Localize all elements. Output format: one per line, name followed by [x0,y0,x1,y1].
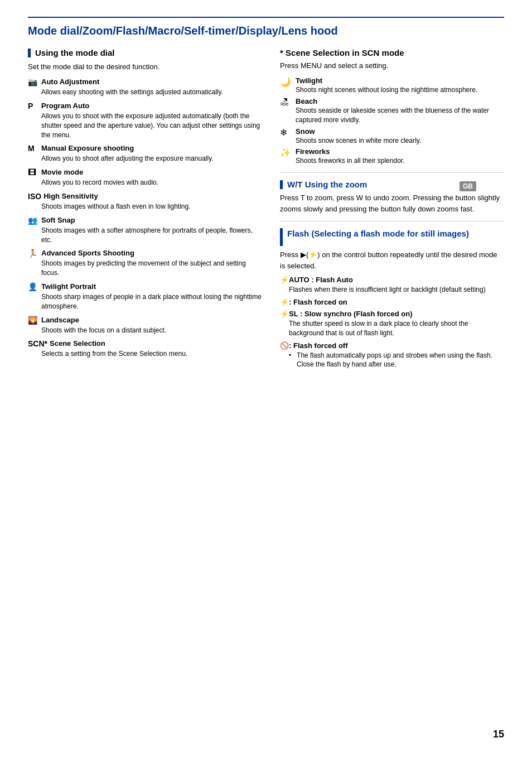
mode-item: 👤 Twilight Portrait Shoots sharp images … [28,282,263,311]
flash-item: ⚡SL : Slow synchro (Flash forced on)The … [280,310,504,338]
scn-content: Snow Shoots snow scenes in white more cl… [296,127,421,146]
mode-label: M Manual Exposure shooting [28,144,263,153]
scn-icon: ❄ [280,127,292,138]
scn-name: Beach [296,97,504,105]
flash-bullet: The flash automatically pops up and stro… [297,351,504,370]
zoom-section: W/T Using the zoom GB Press T to zoom, p… [280,180,504,214]
scn-content: Beach Shoots seaside or lakeside scenes … [296,97,504,125]
mode-icon: 👤 [28,282,39,291]
mode-item: 🏃 Advanced Sports Shooting Shoots images… [28,249,263,278]
flash-heading: Flash (Selecting a flash mode for still … [280,228,504,246]
page-title: Mode dial/Zoom/Flash/Macro/Self-timer/Di… [28,23,504,38]
scn-heading: * Scene Selection in SCN mode [280,48,504,57]
flash-label: 🚫: Flash forced off [280,341,504,350]
zoom-body: Press T to zoom, press W to undo zoom. P… [280,192,504,214]
scn-content: Fireworks Shoots fireworks in all their … [296,147,404,166]
flash-bar [280,228,283,246]
mode-icon: P [28,102,39,110]
scn-item: ✨ Fireworks Shoots fireworks in all thei… [280,147,504,166]
scn-list: 🌙 Twilight Shoots night scenes without l… [280,76,504,166]
left-column: Using the mode dial Set the mode dial to… [28,48,263,373]
mode-item: M Manual Exposure shooting Allows you to… [28,144,263,163]
gb-badge: GB [460,181,476,191]
mode-icon: 🎞 [28,168,39,177]
scn-name: Snow [296,127,421,136]
scn-desc: Shoots fireworks in all their splendor. [296,156,404,166]
flash-item: 🚫: Flash forced offThe flash automatical… [280,341,504,370]
mode-name: Soft Snap [41,216,75,224]
mode-dial-intro: Set the mode dial to the desired functio… [28,62,263,72]
mode-desc: Allows you to record movies with audio. [41,178,263,187]
scn-item: ❄ Snow Shoots snow scenes in white more … [280,127,504,146]
page-number: 15 [493,729,504,740]
scn-desc: Shoots night scenes without losing the n… [296,85,477,95]
mode-name: Manual Exposure shooting [41,144,134,152]
mode-desc: Selects a setting from the Scene Selecti… [41,349,263,359]
flash-item: ⚡AUTO : Flash AutoFlashes when there is … [280,276,504,295]
mode-item: SCN* Scene Selection Selects a setting f… [28,339,263,359]
mode-desc: Shoots images by predicting the movement… [41,259,263,278]
scn-item: 🌙 Twilight Shoots night scenes without l… [280,76,504,95]
scn-icon: ✨ [280,147,292,158]
flash-desc: The shutter speed is slow in a dark plac… [289,319,504,338]
mode-name: Movie mode [41,168,83,176]
mode-item: ISO High Sensitivity Shoots images witho… [28,192,263,211]
mode-icon: 👥 [28,216,39,225]
mode-desc: Shoots sharp images of people in a dark … [41,292,263,311]
flash-item: ⚡: Flash forced on [280,298,504,306]
mode-icon: M [28,144,39,153]
scn-icon: 🏖 [280,97,292,107]
zoom-bar [280,180,283,189]
mode-name: Auto Adjustment [41,78,99,86]
mode-desc: Shoots with the focus on a distant subje… [41,326,263,335]
scn-name: Fireworks [296,147,404,156]
mode-label: SCN* Scene Selection [28,339,263,348]
flash-intro: Press ▶(⚡) on the control button repeate… [280,249,504,271]
mode-item: 🎞 Movie mode Allows you to record movies… [28,168,263,187]
flash-desc: Flashes when there is insufficient light… [289,285,504,295]
scn-desc: Shoots snow scenes in white more clearly… [296,136,421,146]
mode-name: Scene Selection [50,339,105,348]
mode-name: Landscape [41,316,79,324]
mode-icon: 📷 [28,78,39,86]
divider [280,172,504,173]
mode-label: 📷 Auto Adjustment [28,78,263,86]
mode-icon: ISO [28,192,41,201]
mode-label: 👤 Twilight Portrait [28,282,263,291]
mode-list: 📷 Auto Adjustment Allows easy shooting w… [28,78,263,359]
mode-dial-heading: Using the mode dial [28,48,263,57]
mode-name: High Sensitivity [43,192,98,200]
mode-desc: Shoots images without a flash even in lo… [41,202,263,211]
mode-label: 👥 Soft Snap [28,216,263,225]
flash-label: ⚡AUTO : Flash Auto [280,276,504,284]
mode-label: 🌄 Landscape [28,316,263,325]
page-header: Mode dial/Zoom/Flash/Macro/Self-timer/Di… [28,17,504,38]
mode-label: 🏃 Advanced Sports Shooting [28,249,263,258]
mode-name: Program Auto [41,102,89,110]
mode-icon: 🏃 [28,249,39,258]
mode-item: 👥 Soft Snap Shoots images with a softer … [28,216,263,245]
scn-desc: Shoots seaside or lakeside scenes with t… [296,106,504,125]
mode-label: 🎞 Movie mode [28,168,263,177]
scn-icon: 🌙 [280,76,292,87]
mode-label: ISO High Sensitivity [28,192,263,201]
mode-desc: Shoots images with a softer atmosphere f… [41,226,263,245]
two-column-layout: Using the mode dial Set the mode dial to… [28,48,504,373]
zoom-heading: W/T Using the zoom [280,180,367,189]
heading-bar [28,49,31,57]
scn-name: Twilight [296,76,477,85]
flash-label: ⚡SL : Slow synchro (Flash forced on) [280,310,504,318]
mode-item: 🌄 Landscape Shoots with the focus on a d… [28,316,263,335]
mode-name: Twilight Portrait [41,282,96,291]
mode-icon: 🌄 [28,316,39,325]
flash-label: ⚡: Flash forced on [280,298,504,306]
mode-desc: Allows easy shooting with the settings a… [41,88,263,97]
mode-desc: Allows you to shoot with the exposure ad… [41,112,263,139]
right-column: * Scene Selection in SCN mode Press MENU… [280,48,504,373]
scn-intro: Press MENU and select a setting. [280,61,504,71]
mode-item: 📷 Auto Adjustment Allows easy shooting w… [28,78,263,97]
mode-name: Advanced Sports Shooting [41,249,134,257]
mode-icon: SCN* [28,339,47,348]
divider2 [280,221,504,221]
mode-desc: Allows you to shoot after adjusting the … [41,154,263,163]
